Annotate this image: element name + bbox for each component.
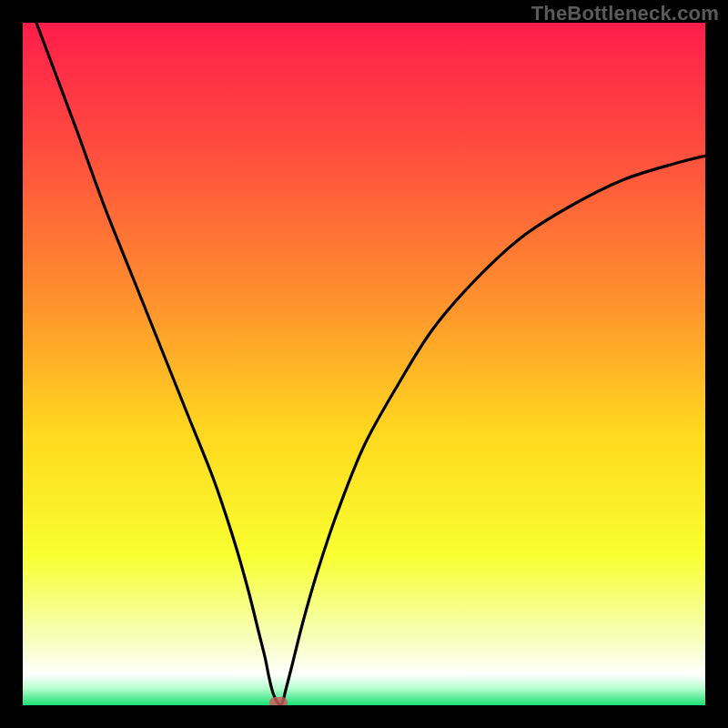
watermark-text: TheBottleneck.com (531, 2, 719, 25)
plot-area (23, 23, 705, 705)
optimum-marker (269, 697, 288, 705)
plot-svg (23, 23, 705, 705)
gradient-background (23, 23, 705, 705)
chart-frame: TheBottleneck.com (0, 0, 728, 728)
